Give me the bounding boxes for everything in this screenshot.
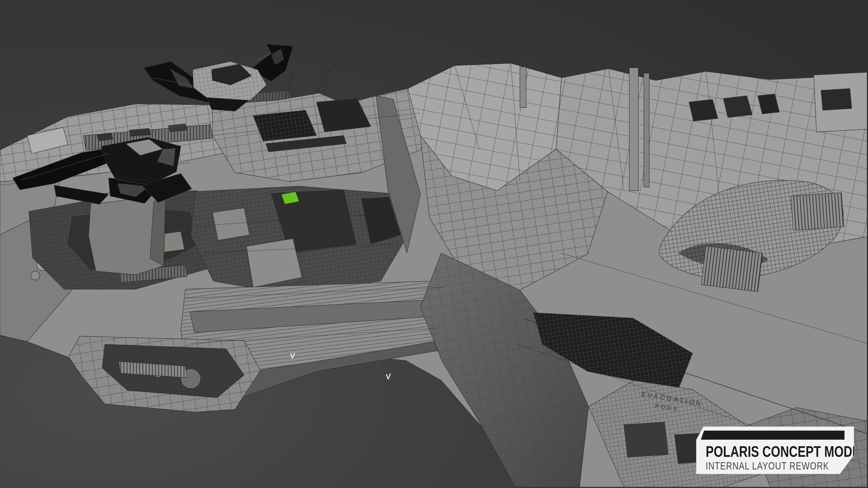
title-card: POLARIS CONCEPT MODEL INTERNAL LAYOUT RE… [696,427,854,474]
title-card-title: POLARIS CONCEPT MODEL [706,443,868,460]
cutaway-interior-rooms [191,186,408,295]
presentation-frame: V V EVACUATION PODS ·· ···· ·· ·· ··· ··… [0,0,868,488]
faint-annotation-top-line2: ··· ·· [518,76,550,81]
title-card-subtitle: INTERNAL LAYOUT REWORK [706,460,829,472]
faint-annotation-left-line1: ···· ····· [99,233,124,238]
faint-annotation-left-line2: ·· ··· [99,250,124,255]
title-card-stripe [700,431,844,440]
faint-annotation-top-line1: ·· ···· ·· ·· [518,60,550,65]
model-viewport[interactable]: V V EVACUATION PODS [0,0,868,488]
faint-annotation-top: ·· ···· ·· ·· ··· ·· [518,49,550,92]
faint-annotation-left: ···· ····· ·· ··· [99,222,124,266]
